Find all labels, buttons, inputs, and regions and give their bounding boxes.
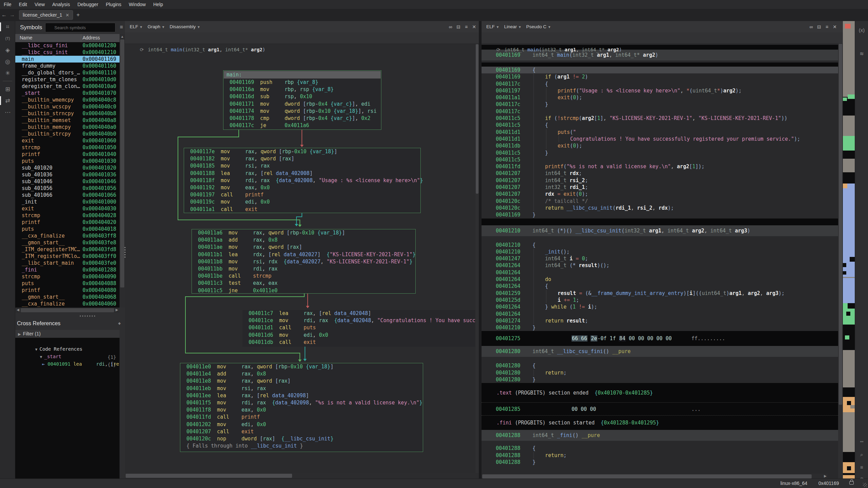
symbol-row-_ITM_deregisterTMC[interactable]: _ITM_deregisterTMC…0x000403fd8 [15,246,120,253]
split-icon[interactable]: ⊟ [456,24,460,30]
code-line-00401280[interactable]: 00401280} [482,376,838,383]
symbols-column-header[interactable]: Name Address [15,34,120,42]
menu-window[interactable]: Window [125,0,149,9]
disasm-line-00401182[interactable]: 00401182movrax, qword [rax] [184,155,420,162]
symbol-row-puts[interactable]: puts0x000404018 [15,226,120,232]
disasm-line-00401197[interactable]: 00401197callprintf [184,191,420,198]
basic-block-4[interactable]: 004011e0movrax, qword [rbp-0x10 {var_18}… [180,363,423,452]
sidebar-icon-debugger[interactable]: ✳ [0,67,15,79]
column-name[interactable]: Name [20,35,32,40]
split-icon[interactable]: ⊟ [817,24,821,30]
disasm-line-004011fd[interactable]: 004011fdcallprintf [180,414,423,421]
code-line-004011d1[interactable]: 004011d1puts(" [482,129,838,136]
code-line-00401288[interactable]: 00401288} [482,459,838,466]
symbol-row-_fini[interactable]: _fini0x000401288 [15,266,120,273]
symbol-row-puts[interactable]: puts0x000404088 [15,280,120,287]
disasm-line-004011eb[interactable]: 004011ebmovrsi, rax [180,385,423,392]
symbol-search-input[interactable] [45,23,115,32]
scroll-thumb[interactable] [839,38,842,405]
disasm-line-0040120c[interactable]: 0040120cnopdword [rax] {__libc_csu_init} [180,435,423,442]
code-line-0040117c[interactable]: 0040117c [482,108,838,115]
code-line-004011a1[interactable]: 004011a1exit(0); [482,94,838,101]
view-selector-disassembly[interactable]: Disassembly ▼ [170,24,200,29]
code-line-00401169[interactable]: 00401169if (arg1 != 2) [482,73,838,80]
code-line-00401207[interactable]: 00401207int32_t rdi_1; [482,184,838,191]
code-line-0040120c[interactable]: 0040120c/* tailcall */ [482,198,838,205]
code-line-00401264[interactable]: 00401264} while (1 != i); [482,303,838,310]
code-line-00401288[interactable]: 00401288return; [482,452,838,459]
disasm-line-00401174[interactable]: 00401174movqword [rbp-0x10 {var_18}], rs… [223,108,381,115]
basic-block-2[interactable]: 004011a6movrax, qword [rbp-0x10 {var_18}… [192,229,416,294]
symbol-row-sub_401020[interactable]: sub_4010200x000401020 [15,164,120,171]
linear-breadcrumb[interactable]: ⟳int64_t main(int32_t arg1, int64_t* arg… [482,32,843,44]
close-icon[interactable]: ✕ [833,24,837,30]
code-line-00401210[interactable]: 00401210} [482,324,838,331]
symbol-row-exit[interactable]: exit0x000404030 [15,205,120,212]
scroll-thumb[interactable] [21,308,114,312]
vertical-splitter-handle[interactable] [124,247,126,259]
link-icon[interactable]: ∞ [449,24,452,30]
disasm-line-0040116a[interactable]: 0040116amovrbp, rsp {var_8} [223,86,381,93]
basic-block-3[interactable]: 004011c7learax, [rel data_402048]004011c… [242,310,479,347]
code-line-004011db[interactable]: 004011dbexit(0); [482,142,838,149]
menu-icon[interactable]: ≡ [465,24,468,30]
sidebar-icon-symbols[interactable]: ⌗ [0,21,15,33]
code-line-004011c5[interactable]: 004011c5 [482,156,838,163]
symbol-row-sub_401046[interactable]: sub_4010460x000401046 [15,178,120,185]
symbols-menu-icon[interactable]: ≡ [120,24,123,30]
disasm-line-00401202[interactable]: 00401202movedi, 0x0 [180,421,423,428]
tab-close-icon[interactable]: ✕ [66,13,69,18]
disasm-line-004011a1[interactable]: 004011a1callexit [184,206,420,213]
code-line-00401207[interactable]: 00401207rdx = exit(0); [482,191,838,197]
sidebar-icon-mini-graph[interactable]: ⊞ [0,83,15,95]
symbol-row-__builtin_memset[interactable]: __builtin_memset0x0004040a8 [15,117,120,124]
disasm-line-004011d6[interactable]: 004011d6movedi, 0x0 [242,332,479,339]
symbol-row-exit[interactable]: exit0x000401060 [15,137,120,144]
sidebar-icon-cross-references[interactable]: ⇄ [0,95,15,106]
graph-hscrollbar[interactable] [125,473,479,478]
xref-code-references-row[interactable]: ▼Code References {1} [15,338,120,345]
column-divider[interactable] [81,34,81,42]
disasm-line-00401207[interactable]: 00401207callexit [180,428,423,435]
disasm-line-004011c3[interactable]: 004011c3testeax, eax [192,280,415,287]
menu-file[interactable]: File [0,0,15,9]
symbol-row-__cxa_finalize[interactable]: __cxa_finalize0x000403ff8 [15,232,120,239]
disasm-line-00401169[interactable]: 00401169pushrbp {var_8} [223,79,381,86]
symbol-row-__builtin_strncpy[interactable]: __builtin_strncpy0x0004040b8 [15,110,120,117]
close-icon[interactable]: ✕ [472,24,476,30]
log-icon[interactable]: ≡ [855,461,868,473]
code-line-00401169[interactable]: 00401169} [482,211,838,218]
symbol-row-__builtin_wcscpy[interactable]: __builtin_wcscpy0x0004040c0 [15,103,120,110]
symbol-row-__gmon_start__[interactable]: __gmon_start__0x000403fe8 [15,239,120,246]
view-selector-graph[interactable]: Graph ▼ [147,24,165,29]
back-icon[interactable]: ← [0,12,8,18]
symbol-row-_start[interactable]: _start0x000401070 [15,90,120,97]
symbols-hscrollbar[interactable]: ◀ ▶ [15,308,120,313]
strings-icon[interactable]: ”” [855,436,868,449]
disasm-line-004011bb[interactable]: 004011bbmovrdi, rax [192,265,415,273]
function-header-00401210[interactable]: 00401210int64_t (*)() __libc_csu_init(in… [482,225,843,236]
disasm-line-0040119c[interactable]: 0040119cmovedi, 0x0 [184,198,420,206]
column-address[interactable]: Address [83,35,100,40]
code-line-00401264[interactable]: 00401264do [482,276,838,283]
symbol-row-__libc_start_main[interactable]: __libc_start_main0x000403fe0 [15,260,120,266]
tab-license-checker[interactable]: license_checker_1 ✕ [19,10,73,20]
disasm-line-004011ce[interactable]: 004011cemovrdi, rax {data_402048, "Congr… [242,317,479,324]
lock-icon[interactable] [849,481,854,485]
graph-canvas[interactable]: main:00401169pushrbp {var_8}0040116amovr… [125,44,479,473]
scroll-left-icon[interactable]: ◀ [17,308,19,312]
code-line-004011c5[interactable]: 004011c5if (!strcmp(arg2[1], "KS-LICENSE… [482,115,838,122]
disasm-line-0040116d[interactable]: 0040116dsubrsp, 0x10 [223,93,381,100]
function-header-00401280[interactable]: 00401280int64_t __libc_csu_fini() __pure [482,346,843,357]
symbol-row-printf[interactable]: printf0x000401040 [15,151,120,158]
symbol-row-sub_401036[interactable]: sub_4010360x000401036 [15,171,120,178]
basic-block-1[interactable]: 0040117emovrax, qword [rbp-0x10 {var_18}… [184,148,421,213]
code-line-00401264[interactable]: 00401264 [482,269,838,276]
link-icon[interactable]: ∞ [809,24,813,30]
disasm-line-00401171[interactable]: 00401171movdword [rbp-0x4 {var_c}], edi [223,101,381,108]
feature-map-view-indicator[interactable] [845,24,851,29]
disasm-line-004011db[interactable]: 004011dbcallexit [242,339,479,346]
disasm-line-0040117e[interactable]: 0040117emovrax, qword [rbp-0x10 {var_18}… [184,148,420,155]
menu-edit[interactable]: Edit [15,0,31,9]
symbol-row-__gmon_start__[interactable]: __gmon_start__0x000404068 [15,294,120,300]
